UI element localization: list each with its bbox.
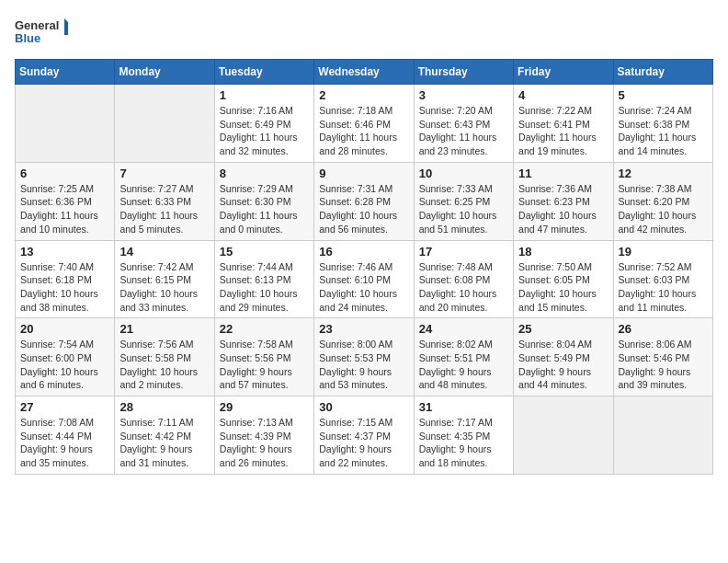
- day-info: Sunrise: 7:20 AM Sunset: 6:43 PM Dayligh…: [419, 104, 508, 158]
- day-info: Sunrise: 8:00 AM Sunset: 5:53 PM Dayligh…: [319, 338, 408, 392]
- calendar-table: SundayMondayTuesdayWednesdayThursdayFrid…: [15, 59, 713, 475]
- day-number: 19: [619, 245, 708, 259]
- calendar-cell: 9Sunrise: 7:31 AM Sunset: 6:28 PM Daylig…: [314, 162, 414, 240]
- calendar-cell: 17Sunrise: 7:48 AM Sunset: 6:08 PM Dayli…: [414, 240, 513, 318]
- day-number: 20: [20, 322, 109, 336]
- day-number: 2: [319, 88, 408, 102]
- day-number: 6: [20, 167, 109, 180]
- day-number: 21: [119, 322, 209, 336]
- calendar-cell: 14Sunrise: 7:42 AM Sunset: 6:15 PM Dayli…: [115, 240, 214, 318]
- day-number: 7: [119, 167, 209, 180]
- calendar-cell: 30Sunrise: 7:15 AM Sunset: 4:37 PM Dayli…: [314, 396, 414, 475]
- weekday-wednesday: Wednesday: [314, 60, 414, 85]
- calendar-cell: 29Sunrise: 7:13 AM Sunset: 4:39 PM Dayli…: [214, 396, 313, 475]
- week-row-3: 20Sunrise: 7:54 AM Sunset: 6:00 PM Dayli…: [16, 318, 713, 396]
- calendar-cell: [115, 85, 214, 163]
- day-info: Sunrise: 7:29 AM Sunset: 6:30 PM Dayligh…: [220, 182, 309, 236]
- day-number: 22: [220, 322, 309, 336]
- calendar-cell: 25Sunrise: 8:04 AM Sunset: 5:49 PM Dayli…: [514, 318, 613, 396]
- day-info: Sunrise: 7:42 AM Sunset: 6:15 PM Dayligh…: [119, 260, 209, 315]
- day-info: Sunrise: 7:52 AM Sunset: 6:03 PM Dayligh…: [619, 260, 708, 315]
- calendar-cell: 31Sunrise: 7:17 AM Sunset: 4:35 PM Dayli…: [414, 396, 513, 475]
- weekday-thursday: Thursday: [414, 60, 513, 85]
- day-number: 23: [319, 322, 408, 336]
- day-info: Sunrise: 7:15 AM Sunset: 4:37 PM Dayligh…: [319, 416, 408, 470]
- logo: General Blue: [15, 15, 70, 52]
- day-number: 15: [220, 245, 309, 259]
- calendar-cell: 28Sunrise: 7:11 AM Sunset: 4:42 PM Dayli…: [115, 396, 214, 475]
- svg-marker-2: [64, 18, 70, 35]
- week-row-0: 1Sunrise: 7:16 AM Sunset: 6:49 PM Daylig…: [16, 85, 713, 163]
- calendar-cell: [613, 396, 712, 475]
- day-info: Sunrise: 7:56 AM Sunset: 5:58 PM Dayligh…: [119, 338, 209, 392]
- weekday-header-row: SundayMondayTuesdayWednesdayThursdayFrid…: [16, 60, 713, 85]
- day-number: 4: [518, 88, 608, 102]
- calendar-cell: 4Sunrise: 7:22 AM Sunset: 6:41 PM Daylig…: [514, 85, 613, 163]
- calendar-cell: 1Sunrise: 7:16 AM Sunset: 6:49 PM Daylig…: [214, 85, 313, 163]
- calendar-cell: 24Sunrise: 8:02 AM Sunset: 5:51 PM Dayli…: [414, 318, 513, 396]
- day-number: 25: [518, 322, 608, 336]
- day-info: Sunrise: 7:54 AM Sunset: 6:00 PM Dayligh…: [20, 338, 109, 392]
- day-number: 28: [119, 400, 209, 414]
- calendar-cell: 11Sunrise: 7:36 AM Sunset: 6:23 PM Dayli…: [514, 162, 613, 240]
- day-info: Sunrise: 7:18 AM Sunset: 6:46 PM Dayligh…: [319, 104, 408, 158]
- calendar-cell: 8Sunrise: 7:29 AM Sunset: 6:30 PM Daylig…: [214, 162, 313, 240]
- day-number: 11: [518, 167, 608, 180]
- day-info: Sunrise: 7:58 AM Sunset: 5:56 PM Dayligh…: [220, 338, 309, 392]
- weekday-friday: Friday: [514, 60, 613, 85]
- weekday-saturday: Saturday: [613, 60, 712, 85]
- day-number: 24: [419, 322, 508, 336]
- calendar-cell: [16, 85, 115, 163]
- day-number: 1: [220, 88, 309, 102]
- day-number: 14: [119, 245, 209, 259]
- calendar-cell: 2Sunrise: 7:18 AM Sunset: 6:46 PM Daylig…: [314, 85, 414, 163]
- day-info: Sunrise: 7:16 AM Sunset: 6:49 PM Dayligh…: [220, 104, 309, 158]
- day-info: Sunrise: 7:40 AM Sunset: 6:18 PM Dayligh…: [20, 260, 109, 315]
- calendar-cell: 18Sunrise: 7:50 AM Sunset: 6:05 PM Dayli…: [514, 240, 613, 318]
- day-number: 27: [20, 400, 109, 414]
- day-number: 18: [518, 245, 608, 259]
- day-info: Sunrise: 7:17 AM Sunset: 4:35 PM Dayligh…: [419, 416, 508, 470]
- day-number: 12: [619, 167, 708, 180]
- day-info: Sunrise: 7:33 AM Sunset: 6:25 PM Dayligh…: [419, 182, 508, 236]
- calendar-cell: 7Sunrise: 7:27 AM Sunset: 6:33 PM Daylig…: [115, 162, 214, 240]
- day-info: Sunrise: 8:06 AM Sunset: 5:46 PM Dayligh…: [619, 338, 708, 392]
- week-row-2: 13Sunrise: 7:40 AM Sunset: 6:18 PM Dayli…: [16, 240, 713, 318]
- calendar-cell: 6Sunrise: 7:25 AM Sunset: 6:36 PM Daylig…: [16, 162, 115, 240]
- day-info: Sunrise: 7:38 AM Sunset: 6:20 PM Dayligh…: [619, 182, 708, 236]
- calendar-cell: 27Sunrise: 7:08 AM Sunset: 4:44 PM Dayli…: [16, 396, 115, 475]
- calendar-cell: 22Sunrise: 7:58 AM Sunset: 5:56 PM Dayli…: [214, 318, 313, 396]
- week-row-1: 6Sunrise: 7:25 AM Sunset: 6:36 PM Daylig…: [16, 162, 713, 240]
- calendar-cell: 23Sunrise: 8:00 AM Sunset: 5:53 PM Dayli…: [314, 318, 414, 396]
- weekday-sunday: Sunday: [16, 60, 115, 85]
- day-number: 8: [220, 167, 309, 180]
- calendar-cell: 3Sunrise: 7:20 AM Sunset: 6:43 PM Daylig…: [414, 85, 513, 163]
- weekday-monday: Monday: [115, 60, 214, 85]
- calendar-cell: 16Sunrise: 7:46 AM Sunset: 6:10 PM Dayli…: [314, 240, 414, 318]
- svg-text:Blue: Blue: [15, 31, 40, 45]
- day-info: Sunrise: 7:22 AM Sunset: 6:41 PM Dayligh…: [518, 104, 608, 158]
- day-info: Sunrise: 7:13 AM Sunset: 4:39 PM Dayligh…: [220, 416, 309, 470]
- day-info: Sunrise: 7:46 AM Sunset: 6:10 PM Dayligh…: [319, 260, 408, 315]
- calendar-cell: 13Sunrise: 7:40 AM Sunset: 6:18 PM Dayli…: [16, 240, 115, 318]
- day-number: 3: [419, 88, 508, 102]
- calendar-cell: 19Sunrise: 7:52 AM Sunset: 6:03 PM Dayli…: [613, 240, 712, 318]
- day-info: Sunrise: 7:08 AM Sunset: 4:44 PM Dayligh…: [20, 416, 109, 470]
- day-number: 26: [619, 322, 708, 336]
- calendar-cell: 20Sunrise: 7:54 AM Sunset: 6:00 PM Dayli…: [16, 318, 115, 396]
- calendar-body: 1Sunrise: 7:16 AM Sunset: 6:49 PM Daylig…: [16, 85, 713, 475]
- day-info: Sunrise: 7:11 AM Sunset: 4:42 PM Dayligh…: [119, 416, 209, 470]
- day-info: Sunrise: 7:27 AM Sunset: 6:33 PM Dayligh…: [119, 182, 209, 236]
- day-info: Sunrise: 8:02 AM Sunset: 5:51 PM Dayligh…: [419, 338, 508, 392]
- calendar-cell: 12Sunrise: 7:38 AM Sunset: 6:20 PM Dayli…: [613, 162, 712, 240]
- day-info: Sunrise: 7:36 AM Sunset: 6:23 PM Dayligh…: [518, 182, 608, 236]
- day-number: 31: [419, 400, 508, 414]
- day-number: 30: [319, 400, 408, 414]
- day-info: Sunrise: 7:48 AM Sunset: 6:08 PM Dayligh…: [419, 260, 508, 315]
- day-number: 10: [419, 167, 508, 180]
- day-number: 9: [319, 167, 408, 180]
- day-info: Sunrise: 7:44 AM Sunset: 6:13 PM Dayligh…: [220, 260, 309, 315]
- calendar-cell: 26Sunrise: 8:06 AM Sunset: 5:46 PM Dayli…: [613, 318, 712, 396]
- day-number: 5: [619, 88, 708, 102]
- calendar-cell: [514, 396, 613, 475]
